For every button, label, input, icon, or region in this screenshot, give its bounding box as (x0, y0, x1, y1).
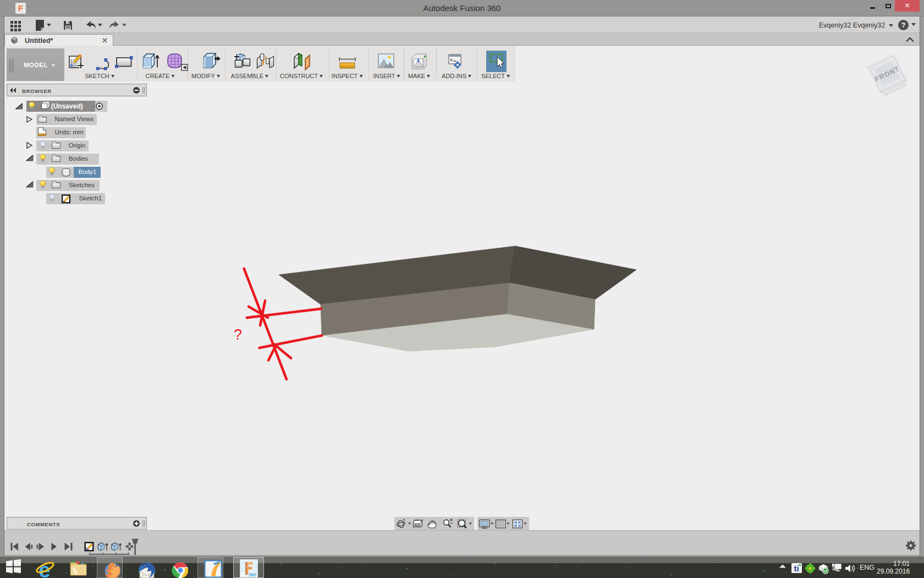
svg-text:e: e (38, 559, 50, 578)
svg-text:ti: ti (794, 564, 799, 573)
svg-text:?: ? (234, 326, 242, 343)
